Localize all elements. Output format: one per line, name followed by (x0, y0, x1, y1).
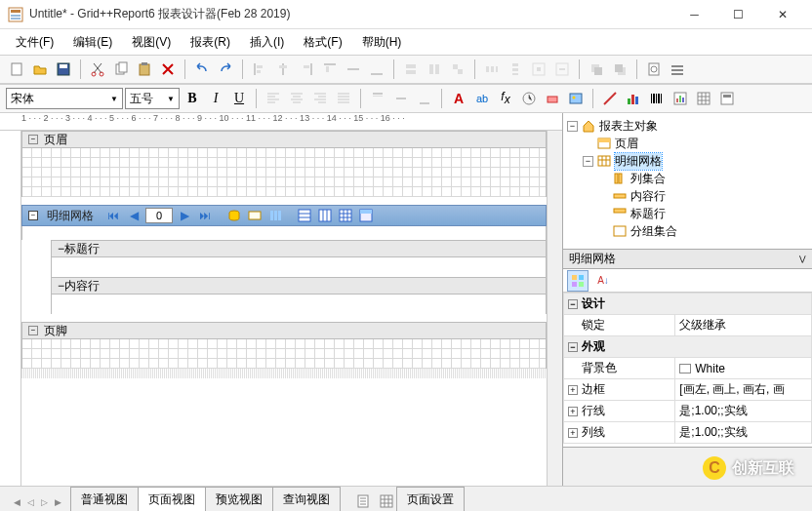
menu-report[interactable]: 报表(R) (183, 31, 238, 54)
bold-button[interactable]: B (182, 88, 203, 109)
pagesetup-grid-icon[interactable] (377, 491, 396, 511)
open-button[interactable] (29, 59, 51, 80)
tree-item-detailgrid[interactable]: 明细网格 (615, 153, 662, 170)
collapse-icon[interactable]: − (28, 211, 38, 220)
tab-nav-prev-icon[interactable]: ◁ (23, 493, 37, 511)
insert-line-icon[interactable] (599, 88, 621, 109)
tab-nav-first-icon[interactable]: ◀ (10, 493, 23, 511)
insert-text-icon[interactable]: A (448, 88, 469, 109)
insert-shape-icon[interactable] (542, 88, 563, 109)
collapse-icon[interactable]: − (28, 135, 38, 144)
grid3-icon[interactable] (337, 207, 354, 224)
insert-subreport-icon[interactable] (716, 88, 738, 109)
nav-prev-icon[interactable]: ◀ (125, 207, 142, 224)
prop-colline-val[interactable]: 是;1.00;;实线 (675, 422, 812, 444)
font-combo[interactable]: 宋体▼ (6, 88, 123, 109)
tree-item-titlerow[interactable]: 标题行 (630, 206, 666, 222)
menu-format[interactable]: 格式(F) (296, 31, 349, 54)
valign-bottom-icon[interactable] (414, 88, 435, 109)
align-middle-icon[interactable] (343, 59, 364, 80)
grid4-icon[interactable] (357, 207, 375, 224)
insert-formula-icon[interactable]: fx (495, 88, 516, 109)
prop-lock-val[interactable]: 父级继承 (675, 315, 812, 336)
tab-page-view[interactable]: 页面视图 (138, 487, 206, 511)
tree-item-groups[interactable]: 分组集合 (630, 223, 677, 240)
prop-rowline-val[interactable]: 是;1.00;;实线 (675, 401, 812, 422)
tree-item-header[interactable]: 页眉 (615, 136, 638, 152)
nav-next-icon[interactable]: ▶ (176, 207, 193, 224)
collapse-icon[interactable]: − (58, 242, 64, 256)
tree-item-contentrow[interactable]: 内容行 (630, 188, 666, 205)
categorized-button[interactable] (567, 270, 589, 292)
fontsize-combo[interactable]: 五号▼ (125, 88, 180, 109)
insert-barcode-icon[interactable] (646, 88, 668, 109)
save-button[interactable] (53, 59, 74, 80)
object-tree[interactable]: −报表主对象 页眉 −明细网格 列集合 内容行 标题行 分组集合 (563, 113, 812, 250)
section-contentrow-bar[interactable]: − 内容行 (51, 277, 547, 295)
alphabetical-button[interactable]: A↓ (592, 270, 614, 292)
undo-button[interactable] (191, 59, 213, 80)
collapse-icon[interactable]: − (28, 326, 38, 335)
grid2-icon[interactable] (316, 207, 334, 224)
same-size-icon[interactable] (447, 59, 468, 80)
copy-button[interactable] (110, 59, 132, 80)
section-titlerow-bar[interactable]: − 标题行 (51, 240, 547, 257)
section-header-body[interactable] (21, 148, 547, 197)
menu-file[interactable]: 文件(F) (8, 31, 61, 54)
tree-item-columns[interactable]: 列集合 (630, 171, 666, 187)
italic-button[interactable]: I (205, 88, 226, 109)
menu-help[interactable]: 帮助(H) (354, 31, 410, 54)
fit-page-icon[interactable] (643, 59, 665, 80)
close-button[interactable]: ✕ (760, 0, 804, 29)
insert-sum-icon[interactable] (518, 88, 540, 109)
text-align-left-icon[interactable] (263, 88, 284, 109)
tree-expand-icon[interactable]: − (567, 121, 578, 132)
section-footer-body[interactable] (21, 339, 547, 369)
tab-preview-view[interactable]: 预览视图 (205, 487, 273, 511)
insert-chart2-icon[interactable] (670, 88, 691, 109)
align-right-icon[interactable] (296, 59, 317, 80)
same-height-icon[interactable] (424, 59, 445, 80)
section-footer-bar[interactable]: − 页脚 (21, 322, 547, 339)
tab-nav-last-icon[interactable]: ▶ (51, 493, 64, 511)
insert-grid-icon[interactable] (693, 88, 714, 109)
field-icon[interactable] (246, 207, 264, 224)
underline-button[interactable]: U (228, 88, 250, 109)
prop-bg-val[interactable]: White (675, 358, 812, 379)
minimize-button[interactable]: ─ (672, 0, 716, 29)
center-h-icon[interactable] (528, 59, 549, 80)
tab-normal-view[interactable]: 普通视图 (70, 487, 139, 511)
nav-index-input[interactable] (145, 208, 173, 223)
pagesetup-doc-icon[interactable] (353, 491, 373, 511)
align-center-h-icon[interactable] (272, 59, 294, 80)
new-button[interactable] (6, 59, 27, 80)
align-top-icon[interactable] (319, 59, 341, 80)
collapse-icon[interactable]: − (58, 279, 64, 293)
paste-button[interactable] (134, 59, 155, 80)
menu-edit[interactable]: 编辑(E) (65, 31, 120, 54)
property-header[interactable]: 明细网格⋁ (563, 250, 812, 269)
align-left-icon[interactable] (249, 59, 270, 80)
property-grid[interactable]: −设计 锁定父级继承 −外观 背景色White +边框[画左, 画上, 画右, … (563, 293, 812, 447)
menu-view[interactable]: 视图(V) (124, 31, 179, 54)
vertical-scrollbar[interactable] (547, 131, 562, 486)
tab-page-setup[interactable]: 页面设置 (396, 487, 465, 511)
valign-middle-icon[interactable] (390, 88, 412, 109)
design-canvas[interactable]: − 页眉 − 明细网格 ⏮ ◀ ▶ ⏭ (21, 131, 547, 486)
nav-last-icon[interactable]: ⏭ (196, 207, 214, 224)
options-icon[interactable] (667, 59, 688, 80)
grid1-icon[interactable] (296, 207, 313, 224)
valign-top-icon[interactable] (367, 88, 388, 109)
same-width-icon[interactable] (400, 59, 422, 80)
section-detail-body[interactable] (21, 226, 547, 240)
align-bottom-icon[interactable] (366, 59, 387, 80)
bring-front-icon[interactable] (586, 59, 607, 80)
tree-expand-icon[interactable]: − (583, 156, 593, 167)
text-align-right-icon[interactable] (309, 88, 331, 109)
delete-button[interactable] (157, 59, 179, 80)
insert-chart-icon[interactable] (623, 88, 644, 109)
center-v-icon[interactable] (551, 59, 573, 80)
space-h-icon[interactable] (481, 59, 503, 80)
insert-label-icon[interactable]: ab (471, 88, 493, 109)
send-back-icon[interactable] (609, 59, 630, 80)
